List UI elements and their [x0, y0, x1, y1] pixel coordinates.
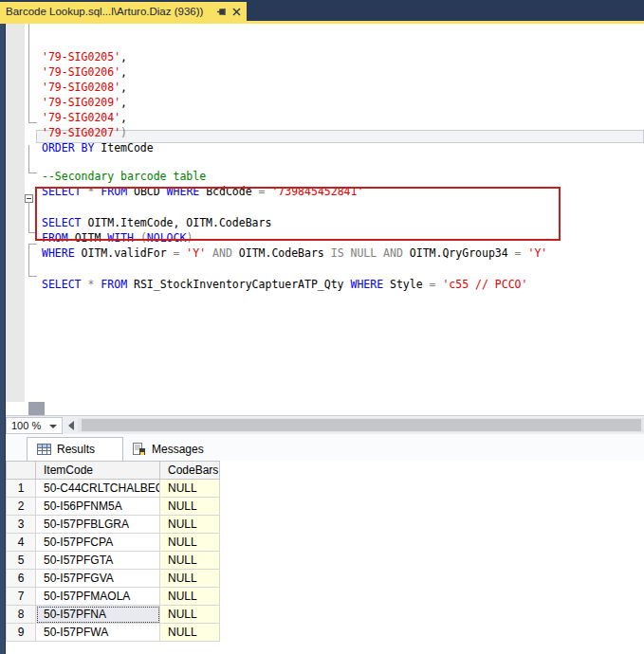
pin-icon[interactable]	[216, 7, 227, 17]
cell-rownum[interactable]: 7	[6, 588, 36, 606]
cell-itemcode[interactable]: 50-I57PFGVA	[36, 570, 160, 588]
document-tabbar: Barcode Lookup.sql...l\Arturo.Diaz (936)…	[0, 0, 644, 24]
chevron-down-icon	[49, 425, 57, 428]
zoom-level-value: 100 %	[11, 420, 41, 431]
horizontal-scrollbar-thumb[interactable]	[82, 419, 641, 431]
outline-guide	[28, 244, 37, 277]
table-row: 350-I57PFBLGRANULL	[6, 516, 644, 534]
code-line[interactable]: WHERE OITM.validFor = 'Y' AND OITM.CodeB…	[42, 245, 547, 261]
code-line[interactable]: SELECT * FROM OBCD WHERE BcdCode = '7398…	[42, 184, 363, 199]
results-grid-icon	[37, 444, 51, 455]
cell-rownum[interactable]: 4	[6, 534, 36, 552]
cell-itemcode[interactable]: 50-I57PFCPA	[36, 534, 160, 552]
cell-itemcode[interactable]: 50-I57PFNA	[36, 606, 160, 624]
outline-guide	[28, 24, 37, 123]
cell-itemcode[interactable]: 50-C44CRLTCHALBEO	[36, 480, 160, 498]
code-line[interactable]: SELECT * FROM RSI_StockInventoryCaptuerA…	[42, 277, 527, 292]
code-line[interactable]: SELECT OITM.ItemCode, OITM.CodeBars	[42, 215, 271, 230]
table-row: 250-I56PFNM5ANULL	[6, 498, 644, 516]
horizontal-scrollbar[interactable]	[78, 418, 644, 432]
close-icon[interactable]	[232, 8, 241, 16]
sql-editor[interactable]: '79-SIG0205','79-SIG0206','79-SIG0208','…	[6, 24, 644, 415]
code-line[interactable]: FROM OITM WITH (NOLOCK)	[42, 230, 193, 245]
cell-rownum[interactable]: 5	[6, 552, 36, 570]
cell-rownum[interactable]: 3	[6, 516, 36, 534]
grid-header-codebars[interactable]: CodeBars	[160, 461, 220, 480]
ssms-window: Barcode Lookup.sql...l\Arturo.Diaz (936)…	[0, 0, 644, 654]
cell-codebars[interactable]: NULL	[160, 606, 220, 624]
code-line[interactable]: '79-SIG0204',	[42, 110, 127, 125]
document-tab[interactable]: Barcode Lookup.sql...l\Arturo.Diaz (936)…	[0, 2, 247, 21]
cell-itemcode[interactable]: 50-I57PFBLGRA	[36, 516, 160, 534]
cell-codebars[interactable]: NULL	[160, 498, 220, 516]
code-line[interactable]: '79-SIG0207')	[42, 125, 127, 140]
scrollbar-left-arrow-icon[interactable]	[68, 421, 74, 430]
tab-messages[interactable]: Messages	[123, 437, 237, 461]
code-line[interactable]: --Secondary barcode table	[42, 169, 206, 184]
editor-selection-margin	[6, 24, 25, 402]
tab-messages-label: Messages	[152, 443, 204, 456]
cell-codebars[interactable]: NULL	[160, 624, 220, 642]
table-row: 950-I57PFWANULL	[6, 624, 644, 642]
code-line[interactable]: '79-SIG0206',	[42, 64, 127, 80]
cell-codebars[interactable]: NULL	[160, 516, 220, 534]
cell-codebars[interactable]: NULL	[160, 480, 220, 498]
cell-itemcode[interactable]: 50-I57PFMAOLA	[36, 588, 160, 606]
table-row: 450-I57PFCPANULL	[6, 534, 644, 552]
table-row: 850-I57PFNANULL	[6, 606, 644, 624]
code-line[interactable]: '79-SIG0208',	[42, 80, 127, 95]
table-row: 750-I57PFMAOLANULL	[6, 588, 644, 606]
results-grid: ItemCode CodeBars 150-C44CRLTCHALBEONULL…	[6, 461, 644, 654]
table-row: 550-I57PFGTANULL	[6, 552, 644, 570]
cell-codebars[interactable]: NULL	[160, 570, 220, 588]
code-line[interactable]: '79-SIG0209',	[42, 95, 127, 110]
code-line[interactable]: ORDER BY ItemCode	[42, 140, 154, 155]
cell-rownum[interactable]: 6	[6, 570, 36, 588]
grid-header-itemcode[interactable]: ItemCode	[36, 461, 160, 480]
outline-guide	[28, 202, 37, 233]
cell-rownum[interactable]: 1	[6, 480, 36, 498]
cell-itemcode[interactable]: 50-I56PFNM5A	[36, 498, 160, 516]
cell-codebars[interactable]: NULL	[160, 588, 220, 606]
zoom-level-select[interactable]: 100 %	[6, 417, 63, 434]
tab-results-label: Results	[57, 443, 95, 456]
grid-header-rownum[interactable]	[6, 461, 36, 480]
cell-rownum[interactable]: 8	[6, 606, 36, 624]
editor-scroll-row: 100 %	[6, 415, 644, 434]
table-row: 150-C44CRLTCHALBEONULL	[6, 480, 644, 498]
cell-itemcode[interactable]: 50-I57PFGTA	[36, 552, 160, 570]
cell-rownum[interactable]: 9	[6, 624, 36, 642]
cell-codebars[interactable]: NULL	[160, 534, 220, 552]
results-pane-tabbar: Results Messages	[6, 434, 644, 461]
cell-itemcode[interactable]: 50-I57PFWA	[36, 624, 160, 642]
messages-icon	[133, 443, 146, 456]
splitter-grip[interactable]	[28, 402, 45, 415]
grid-header-row: ItemCode CodeBars	[6, 461, 644, 480]
cell-codebars[interactable]: NULL	[160, 552, 220, 570]
grid-body: 150-C44CRLTCHALBEONULL250-I56PFNM5ANULL3…	[6, 480, 644, 642]
code-line[interactable]: '79-SIG0205',	[42, 49, 127, 64]
cell-rownum[interactable]: 2	[6, 498, 36, 516]
document-tab-title: Barcode Lookup.sql...l\Arturo.Diaz (936)…	[6, 6, 211, 17]
table-row: 650-I57PFGVANULL	[6, 570, 644, 588]
outline-guide	[28, 145, 37, 173]
tab-results[interactable]: Results	[27, 437, 123, 461]
